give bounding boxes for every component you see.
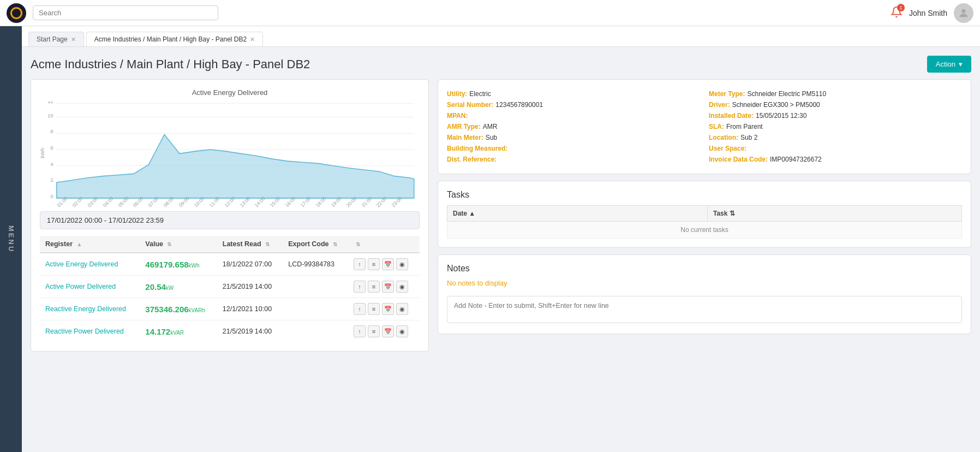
table-header-row: Register ▲ Value ⇅ Latest Read ⇅ Export …	[40, 236, 420, 253]
tasks-header-row: Date ▲ Task ⇅	[447, 206, 962, 222]
date-range-bar[interactable]: 17/01/2022 00:00 - 17/01/2022 23:59	[40, 211, 420, 229]
info-row-left: AMR Type:AMR	[447, 121, 700, 132]
action-chart[interactable]: ◉	[396, 325, 408, 337]
info-row-left: MPAN:	[447, 110, 700, 121]
logo	[7, 3, 26, 23]
topbar-right: 1 John Smith	[891, 3, 973, 23]
page-header: Acme Industries / Main Plant / High Bay …	[31, 56, 971, 73]
cell-value: 14.172kVAR	[140, 320, 217, 343]
cell-value: 20.54kW	[140, 276, 217, 298]
svg-text:4: 4	[50, 161, 53, 166]
action-chart[interactable]: ◉	[396, 281, 408, 293]
action-chart[interactable]: ◉	[396, 303, 408, 315]
tab-start-page-label: Start Page	[37, 35, 68, 43]
meter-info-left: Utility:ElectricSerial Number:1234567890…	[447, 88, 700, 165]
tabbar: Start Page ✕ Acme Industries / Main Plan…	[22, 26, 980, 47]
svg-text:0: 0	[50, 194, 53, 199]
cell-register: Active Power Delivered	[40, 276, 140, 298]
cell-register: Reactive Energy Delivered	[40, 298, 140, 320]
svg-text:2: 2	[50, 177, 53, 183]
tasks-col-date[interactable]: Date ▲	[447, 206, 708, 222]
action-list[interactable]: ≡	[368, 325, 380, 337]
table-row: Active Power Delivered 20.54kW 21/5/2019…	[40, 276, 420, 298]
action-list[interactable]: ≡	[368, 281, 380, 293]
action-upload[interactable]: ↑	[354, 325, 366, 337]
chevron-down-icon: ▾	[959, 60, 963, 68]
chart-title: Active Energy Delivered	[40, 88, 420, 97]
no-tasks-message: No current tasks	[447, 222, 962, 239]
meter-info-right: Meter Type:Schneider Electric PM5110Driv…	[709, 88, 962, 165]
col-register[interactable]: Register ▲	[40, 236, 140, 253]
tab-start-page[interactable]: Start Page ✕	[28, 32, 84, 46]
table-row: Active Energy Delivered 469179.658kWh 18…	[40, 253, 420, 276]
action-list[interactable]: ≡	[368, 258, 380, 270]
info-row-left: Building Measured:	[447, 143, 700, 154]
notes-empty-message: No notes to display	[447, 279, 962, 287]
tab-panel-db2-close[interactable]: ✕	[250, 36, 255, 43]
action-calendar[interactable]: 📅	[382, 303, 394, 315]
svg-text:10: 10	[47, 113, 53, 118]
tab-panel-db2-label: Acme Industries / Main Plant / High Bay …	[94, 35, 247, 43]
info-row-right: Installed Date:15/05/2015 12:30	[709, 110, 962, 121]
info-row-left: Main Meter:Sub	[447, 132, 700, 143]
svg-text:6: 6	[50, 145, 53, 151]
sidebar[interactable]: MENU	[0, 26, 22, 360]
notes-title: Notes	[447, 264, 962, 273]
chart-svg: 0 2 4 6 8 10 12 kWh	[40, 101, 420, 199]
action-calendar[interactable]: 📅	[382, 258, 394, 270]
content-grid: Active Energy Delivered 0 2 4 6 8 10 12 …	[31, 79, 971, 352]
right-panel: Utility:ElectricSerial Number:1234567890…	[438, 79, 971, 352]
cell-actions: ↑ ≡ 📅 ◉	[348, 320, 420, 343]
info-row-right: Location:Sub 2	[709, 132, 962, 143]
cell-actions: ↑ ≡ 📅 ◉	[348, 253, 420, 276]
cell-value: 375346.206kVARh	[140, 298, 217, 320]
action-upload[interactable]: ↑	[354, 258, 366, 270]
info-row-right: Invoice Data Code:IMP00947326672	[709, 154, 962, 165]
col-latest-read[interactable]: Latest Read ⇅	[217, 236, 283, 253]
action-upload[interactable]: ↑	[354, 281, 366, 293]
sidebar-menu-label: MENU	[7, 225, 15, 253]
user-name: John Smith	[909, 9, 947, 17]
svg-text:kWh: kWh	[40, 148, 45, 158]
tasks-col-task[interactable]: Task ⇅	[708, 206, 962, 222]
svg-point-0	[961, 9, 965, 13]
info-row-right: Driver:Schneider EGX300 > PM5000	[709, 99, 962, 110]
cell-actions: ↑ ≡ 📅 ◉	[348, 276, 420, 298]
cell-actions: ↑ ≡ 📅 ◉	[348, 298, 420, 320]
col-export-code[interactable]: Export Code ⇅	[283, 236, 348, 253]
tab-start-page-close[interactable]: ✕	[71, 36, 76, 43]
info-row-left: Dist. Reference:	[447, 154, 700, 165]
action-chart[interactable]: ◉	[396, 258, 408, 270]
tab-panel-db2[interactable]: Acme Industries / Main Plant / High Bay …	[86, 32, 263, 46]
table-row: Reactive Energy Delivered 375346.206kVAR…	[40, 298, 420, 320]
action-list[interactable]: ≡	[368, 303, 380, 315]
date-range-text: 17/01/2022 00:00 - 17/01/2022 23:59	[47, 216, 164, 224]
cell-export-code	[283, 276, 348, 298]
svg-text:8: 8	[50, 129, 53, 134]
note-input[interactable]	[447, 296, 962, 323]
chart-container: 0 2 4 6 8 10 12 kWh	[40, 101, 420, 199]
info-row-right: SLA:From Parent	[709, 121, 962, 132]
data-table: Register ▲ Value ⇅ Latest Read ⇅ Export …	[40, 236, 420, 342]
cell-export-code: LCD-99384783	[283, 253, 348, 276]
action-button[interactable]: Action ▾	[927, 56, 971, 73]
col-value[interactable]: Value ⇅	[140, 236, 217, 253]
action-calendar[interactable]: 📅	[382, 281, 394, 293]
action-calendar[interactable]: 📅	[382, 325, 394, 337]
cell-register: Reactive Power Delivered	[40, 320, 140, 343]
notification-bell[interactable]: 1	[891, 6, 903, 20]
info-row-right: Meter Type:Schneider Electric PM5110	[709, 88, 962, 99]
cell-latest-read: 21/5/2019 14:00	[217, 320, 283, 343]
cell-register: Active Energy Delivered	[40, 253, 140, 276]
cell-latest-read: 18/1/2022 07:00	[217, 253, 283, 276]
cell-export-code	[283, 298, 348, 320]
tasks-title: Tasks	[447, 190, 962, 200]
cell-latest-read: 21/5/2019 14:00	[217, 276, 283, 298]
action-upload[interactable]: ↑	[354, 303, 366, 315]
cell-latest-read: 12/1/2021 10:00	[217, 298, 283, 320]
svg-text:12: 12	[47, 101, 53, 104]
tasks-table: Date ▲ Task ⇅ No current tasks	[447, 205, 962, 239]
search-input[interactable]	[33, 5, 218, 20]
info-row-left: Serial Number:1234567890001	[447, 99, 700, 110]
table-row: Reactive Power Delivered 14.172kVAR 21/5…	[40, 320, 420, 343]
